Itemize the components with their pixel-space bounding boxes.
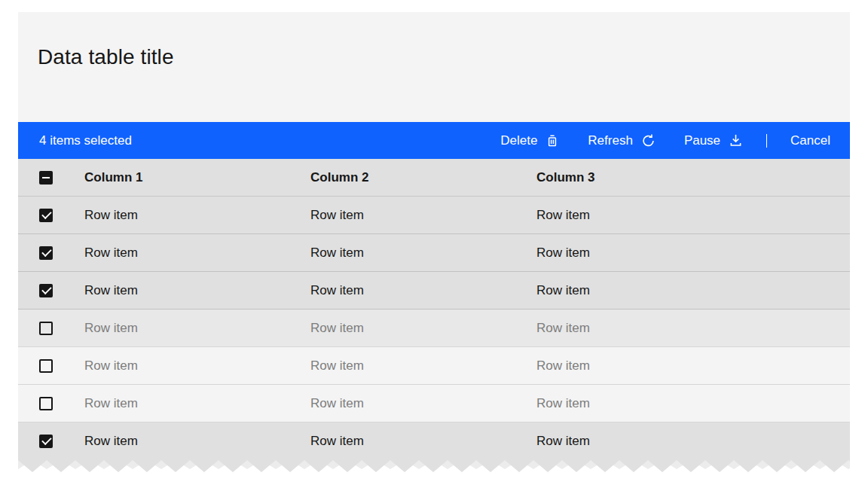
table-row: Row itemRow itemRow item <box>18 272 850 310</box>
refresh-button[interactable]: Refresh <box>573 122 670 159</box>
row-checkbox[interactable] <box>39 284 53 297</box>
data-table: Data table title 4 items selected Delete… <box>18 12 850 474</box>
table-cell: Row item <box>536 396 850 411</box>
table-cell: Row item <box>84 434 310 449</box>
row-checkbox[interactable] <box>39 359 53 373</box>
table-cell: Row item <box>84 208 310 223</box>
pause-button[interactable]: Pause <box>670 122 757 159</box>
page-title: Data table title <box>38 45 850 69</box>
table-cell: Row item <box>84 358 310 374</box>
select-all-checkbox[interactable] <box>39 171 53 185</box>
table-row: Row itemRow itemRow item <box>18 422 850 460</box>
table-cell: Row item <box>310 283 536 298</box>
table-cell: Row item <box>310 321 536 336</box>
table-row: Row itemRow itemRow item <box>18 347 850 385</box>
refresh-icon <box>641 133 656 148</box>
batch-actions-bar: 4 items selected Delete Refresh <box>18 122 850 159</box>
table-cell: Row item <box>84 283 310 298</box>
table-body: Row itemRow itemRow itemRow itemRow item… <box>18 197 850 460</box>
row-checkbox[interactable] <box>39 397 53 410</box>
table-title-area: Data table title <box>18 12 850 122</box>
row-checkbox[interactable] <box>39 322 53 335</box>
batch-actions: Delete Refresh <box>486 122 850 159</box>
table-cell: Row item <box>536 434 850 449</box>
selected-count: 4 items selected <box>39 133 132 148</box>
table-cell: Row item <box>536 246 850 261</box>
table-cell: Row item <box>84 246 310 261</box>
torn-edge <box>18 460 850 474</box>
table-cell: Row item <box>310 246 536 261</box>
table-row: Row itemRow itemRow item <box>18 234 850 272</box>
pause-button-label: Pause <box>684 133 720 148</box>
batch-divider <box>766 134 767 148</box>
delete-button-label: Delete <box>500 133 537 148</box>
table-cell: Row item <box>536 283 850 298</box>
download-icon <box>729 133 743 148</box>
cancel-button-label: Cancel <box>790 133 830 148</box>
table-cell: Row item <box>310 208 536 223</box>
column-header-2: Column 2 <box>310 170 536 185</box>
row-checkbox[interactable] <box>39 209 53 222</box>
trash-icon <box>546 134 559 148</box>
table-cell: Row item <box>84 321 310 336</box>
table-cell: Row item <box>536 208 850 223</box>
table-row: Row itemRow itemRow item <box>18 385 850 422</box>
refresh-button-label: Refresh <box>588 133 633 148</box>
row-checkbox[interactable] <box>39 246 53 260</box>
table-header-row: Column 1 Column 2 Column 3 <box>18 159 850 197</box>
row-checkbox[interactable] <box>39 435 53 448</box>
table-row: Row itemRow itemRow item <box>18 197 850 234</box>
column-header-1: Column 1 <box>84 170 310 185</box>
table-row: Row itemRow itemRow item <box>18 310 850 347</box>
table-cell: Row item <box>84 396 310 411</box>
delete-button[interactable]: Delete <box>486 122 573 159</box>
column-header-3: Column 3 <box>536 170 850 185</box>
table-cell: Row item <box>310 358 536 374</box>
cancel-button[interactable]: Cancel <box>774 122 830 159</box>
table-cell: Row item <box>310 434 536 449</box>
table-cell: Row item <box>310 396 536 411</box>
table-cell: Row item <box>536 358 850 374</box>
table-cell: Row item <box>536 321 850 336</box>
